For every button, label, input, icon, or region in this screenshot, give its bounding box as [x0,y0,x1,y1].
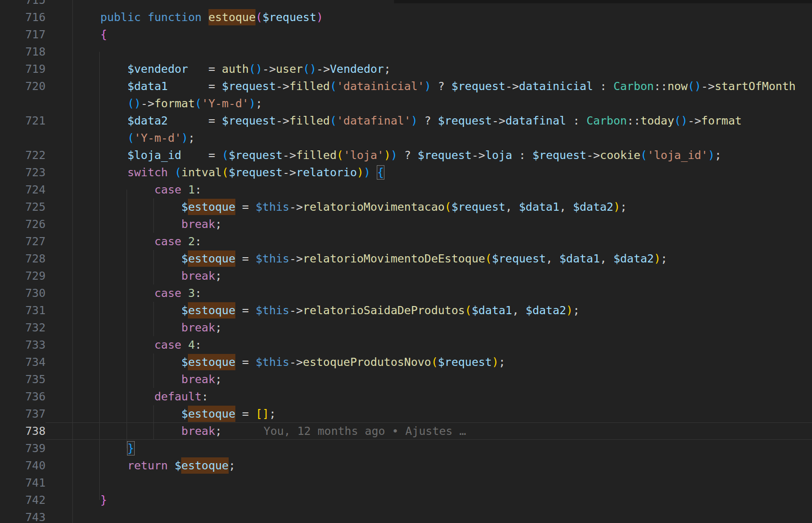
code-line[interactable]: ()->format('Y-m-d'); [0,95,812,112]
line-content [46,43,812,60]
code-token: $request [262,11,316,24]
code-line[interactable]: 732 break; [0,319,812,336]
code-line[interactable]: 730 case 3: [0,284,812,302]
line-number[interactable]: 725 [0,198,46,216]
line-number[interactable]: 737 [0,405,46,422]
line-number[interactable]: 729 [0,267,46,284]
line-number[interactable] [0,95,46,112]
code-token [181,235,188,248]
code-token [371,166,377,179]
code-token: ( [336,148,343,162]
code-token: case [154,286,181,300]
line-number[interactable]: 734 [0,353,46,371]
code-token: ( [330,80,336,93]
line-number[interactable]: 721 [0,112,46,129]
line-number[interactable]: 724 [0,181,46,198]
code-token: ( [222,166,229,179]
line-number[interactable]: 720 [0,78,46,95]
code-line[interactable]: 731 $estoque = $this->relatorioSaidaDePr… [0,302,812,319]
code-token: ) [357,166,364,179]
code-line[interactable]: 729 break; [0,267,812,284]
line-number[interactable]: 718 [0,43,46,60]
code-line[interactable]: 739 } [0,440,812,457]
line-number[interactable]: 719 [0,60,46,78]
line-content: return $estoque; [46,457,812,474]
line-content [46,509,812,523]
code-token: $ [181,252,188,265]
line-number[interactable]: 740 [0,457,46,474]
code-line[interactable]: 719 $vendedor = auth()->user()->Vendedor… [0,60,812,78]
line-number[interactable]: 732 [0,319,46,336]
line-number[interactable]: 723 [0,164,46,181]
line-number[interactable]: 731 [0,302,46,319]
code-line[interactable]: 723 switch (intval($request->relatorio))… [0,164,812,181]
code-line[interactable]: 734 $estoque = $this->estoqueProdutosNov… [0,353,812,371]
code-line[interactable]: 726 break; [0,216,812,233]
code-line[interactable]: 735 break; [0,371,812,388]
code-token: $ [174,459,181,472]
code-token: 1 [188,183,195,196]
code-token: ) [614,200,620,214]
line-number[interactable]: 722 [0,147,46,164]
code-line[interactable]: 716 public function estoque($request) [0,9,812,26]
code-line[interactable]: 715 [0,0,812,9]
code-line[interactable]: 717 { [0,26,812,43]
code-token [181,183,188,196]
line-number[interactable]: 717 [0,26,46,43]
code-line[interactable]: ('Y-m-d'); [0,129,812,147]
line-number[interactable]: 741 [0,474,46,491]
line-number[interactable]: 715 [0,0,46,9]
code-token: ; [215,373,222,386]
code-line[interactable]: 727 case 2: [0,233,812,250]
line-content: $estoque = $this->relatorioSaidaDeProdut… [46,302,812,319]
code-line[interactable]: 741 [0,474,812,491]
code-line[interactable]: 720 $data1 = $request->filled('datainici… [0,78,812,95]
code-token: : [202,390,209,403]
line-number[interactable]: 736 [0,388,46,405]
line-number[interactable]: 738 [0,422,46,440]
code-token: $request [229,148,283,162]
line-number[interactable]: 726 [0,216,46,233]
line-number[interactable]: 739 [0,440,46,457]
code-token: ? [418,114,438,127]
code-line[interactable]: 724 case 1: [0,181,812,198]
code-line[interactable]: 722 $loja_id = ($request->filled('loja')… [0,147,812,164]
code-line[interactable]: 718 [0,43,812,60]
line-number[interactable]: 727 [0,233,46,250]
code-line[interactable]: 733 case 4: [0,336,812,353]
code-token: break [181,269,215,283]
code-token: break [181,217,215,231]
code-token: ( [465,304,472,317]
code-line[interactable]: 725 $estoque = $this->relatorioMovimenta… [0,198,812,216]
code-token: = [168,114,222,127]
code-line[interactable]: 743 [0,509,812,523]
code-token: -> [505,80,519,93]
code-token [73,62,128,76]
line-number[interactable]: 733 [0,336,46,353]
code-line[interactable]: 728 $estoque = $this->relatorioMovimento… [0,250,812,267]
line-number[interactable] [0,129,46,147]
code-token: Carbon [614,80,654,93]
line-number[interactable]: 716 [0,9,46,26]
code-token: datafinal [505,114,566,127]
code-token: -> [283,148,296,162]
code-line[interactable]: 736 default: [0,388,812,405]
code-line[interactable]: 742 } [0,491,812,509]
code-token: ( [195,97,202,110]
line-content: switch (intval($request->relatorio)) { [46,164,812,181]
code-token: ( [174,166,181,179]
code-line-active[interactable]: 738 break;You, 12 months ago • Ajustes … [0,422,812,440]
code-token: -> [290,200,303,214]
line-number[interactable]: 735 [0,371,46,388]
code-token: , [600,252,614,265]
code-line[interactable]: 737 $estoque = []; [0,405,812,422]
line-number[interactable]: 742 [0,491,46,509]
line-number[interactable]: 743 [0,509,46,523]
code-line[interactable]: 721 $data2 = $request->filled('datafinal… [0,112,812,129]
code-editor[interactable]: 715716 public function estoque($request)… [0,0,812,523]
line-number[interactable]: 728 [0,250,46,267]
code-token: Vendedor [330,62,384,76]
line-number[interactable]: 730 [0,284,46,302]
code-token: intval [181,166,222,179]
code-line[interactable]: 740 return $estoque; [0,457,812,474]
